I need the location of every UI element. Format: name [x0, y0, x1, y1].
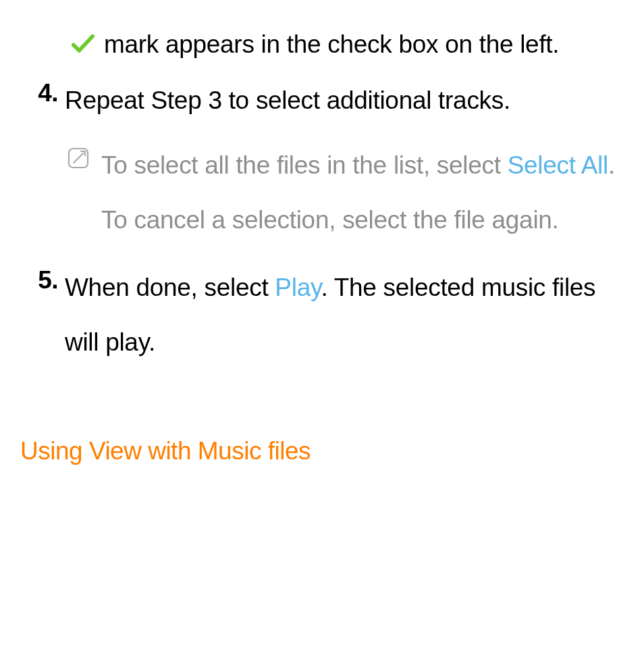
- note: To select all the files in the list, sel…: [68, 138, 625, 248]
- note-body: To select all the files in the list, sel…: [101, 138, 625, 248]
- step-4: 4. Repeat Step 3 to select additional tr…: [20, 73, 625, 128]
- step-5-pre: When done, select: [65, 274, 275, 301]
- step-5-highlight: Play: [275, 274, 321, 301]
- step-4-number: 4.: [20, 73, 65, 113]
- note-highlight: Select All: [508, 151, 608, 179]
- check-icon: [72, 18, 95, 73]
- svg-line-1: [74, 153, 83, 163]
- manual-page: mark appears in the check box on the lef…: [0, 0, 644, 486]
- section-heading: Using View with Music files: [20, 437, 625, 465]
- step-3-continuation-text: mark appears in the check box on the lef…: [97, 30, 559, 58]
- step-3-continuation: mark appears in the check box on the lef…: [72, 17, 625, 73]
- step-5: 5. When done, select Play. The selected …: [20, 260, 625, 370]
- step-4-text: Repeat Step 3 to select additional track…: [65, 73, 625, 128]
- step-5-number: 5.: [20, 260, 65, 300]
- note-icon: [68, 138, 101, 172]
- step-5-body: When done, select Play. The selected mus…: [65, 260, 625, 370]
- note-pre: To select all the files in the list, sel…: [101, 151, 508, 179]
